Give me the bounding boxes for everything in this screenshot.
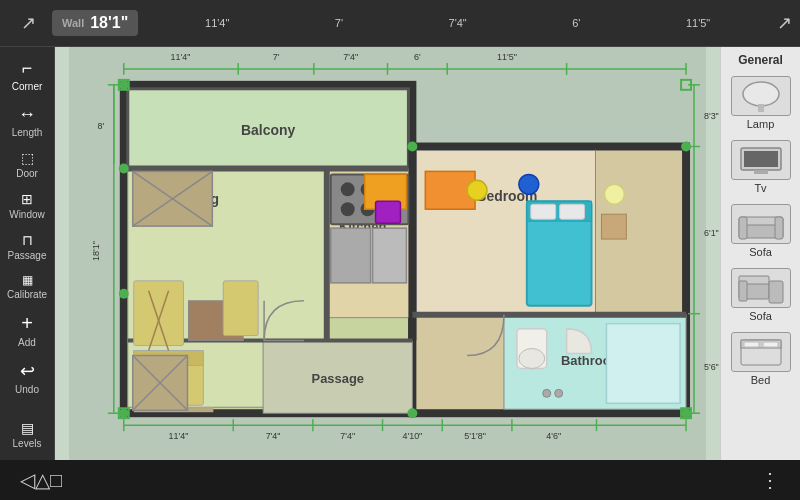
bed-label: Bed xyxy=(751,374,771,386)
recents-icon: □ xyxy=(50,469,62,491)
svg-point-98 xyxy=(519,174,539,194)
svg-point-102 xyxy=(519,349,545,369)
nav-back-button[interactable]: ◁ xyxy=(20,468,35,492)
svg-rect-91 xyxy=(376,201,401,223)
svg-text:4'6": 4'6" xyxy=(546,431,561,441)
svg-point-70 xyxy=(681,408,691,418)
main-content: ⌐ Corner ↔ Length ⬚ Door ⊞ Window ⊓ Pass… xyxy=(0,47,800,460)
svg-point-97 xyxy=(604,184,624,204)
sidebar-levels[interactable]: ▤ Levels xyxy=(0,415,54,454)
sidebar-calibrate[interactable]: ▦ Calibrate xyxy=(0,268,54,305)
back-icon: ◁ xyxy=(20,469,35,491)
top-toolbar: ↗ Wall 18'1" 11'4" 7' 7'4" 6' 11'5" ↗ xyxy=(0,0,800,47)
lamp-label: Lamp xyxy=(747,118,775,130)
svg-text:18'1": 18'1" xyxy=(91,241,101,261)
svg-rect-96 xyxy=(601,214,626,239)
window-label: Window xyxy=(9,209,45,220)
svg-text:6'1": 6'1" xyxy=(704,228,719,238)
svg-point-100 xyxy=(467,180,487,200)
dim-1: 7' xyxy=(335,17,343,29)
levels-label: Levels xyxy=(13,438,42,449)
nav-home-button[interactable]: △ xyxy=(35,468,50,492)
sofa1-preview xyxy=(731,204,791,244)
svg-text:5'6": 5'6" xyxy=(704,362,719,372)
svg-rect-126 xyxy=(739,217,747,239)
svg-rect-123 xyxy=(754,170,768,174)
svg-text:Balcony: Balcony xyxy=(241,122,295,138)
sidebar-undo[interactable]: ↩ Undo xyxy=(0,355,54,400)
svg-point-71 xyxy=(119,289,129,299)
door-label: Door xyxy=(16,168,38,179)
corner-label: Corner xyxy=(12,81,43,92)
svg-rect-74 xyxy=(134,281,184,346)
length-label: Length xyxy=(12,127,43,138)
svg-text:11'4": 11'4" xyxy=(171,52,191,62)
floor-plan-area[interactable]: 11'4" 7' 7'4" 6' 11'5" Balcony Living xyxy=(55,47,720,460)
sidebar-passage[interactable]: ⊓ Passage xyxy=(0,227,54,266)
length-icon: ↔ xyxy=(18,104,36,125)
svg-point-105 xyxy=(555,389,563,397)
svg-text:4'10": 4'10" xyxy=(402,431,422,441)
app-container: ↗ Wall 18'1" 11'4" 7' 7'4" 6' 11'5" ↗ ⌐ … xyxy=(0,0,800,500)
svg-rect-130 xyxy=(769,281,783,303)
sidebar-add[interactable]: + Add xyxy=(0,307,54,353)
svg-point-66 xyxy=(119,408,129,418)
svg-rect-94 xyxy=(531,204,556,219)
lamp-preview xyxy=(731,76,791,116)
furniture-tv[interactable]: Tv xyxy=(721,137,800,197)
right-sidebar: General Lamp xyxy=(720,47,800,460)
more-icon: ⋮ xyxy=(760,469,780,491)
window-icon: ⊞ xyxy=(21,191,33,207)
svg-text:7'4": 7'4" xyxy=(266,431,281,441)
sofa2-preview xyxy=(731,268,791,308)
left-sidebar: ⌐ Corner ↔ Length ⬚ Door ⊞ Window ⊓ Pass… xyxy=(0,47,55,460)
add-icon: + xyxy=(21,312,33,335)
svg-rect-89 xyxy=(373,228,407,283)
furniture-bed[interactable]: Bed xyxy=(721,329,800,389)
wall-label: Wall xyxy=(62,17,84,29)
svg-rect-88 xyxy=(331,228,371,283)
door-icon: ⬚ xyxy=(21,150,34,166)
calibrate-icon: ▦ xyxy=(22,273,33,287)
sofa2-label: Sofa xyxy=(749,310,772,322)
svg-rect-134 xyxy=(744,342,759,347)
svg-text:7'4": 7'4" xyxy=(343,52,358,62)
compass-icon: ↗ xyxy=(777,12,792,34)
sidebar-door[interactable]: ⬚ Door xyxy=(0,145,54,184)
svg-text:11'4": 11'4" xyxy=(169,431,189,441)
furniture-sofa2[interactable]: Sofa xyxy=(721,265,800,325)
sidebar-window[interactable]: ⊞ Window xyxy=(0,186,54,225)
svg-point-65 xyxy=(119,163,129,173)
furniture-sofa1[interactable]: Sofa xyxy=(721,201,800,261)
svg-point-85 xyxy=(341,202,355,216)
corner-button[interactable]: ↗ xyxy=(8,10,48,36)
sidebar-length[interactable]: ↔ Length xyxy=(0,99,54,143)
wall-value: 18'1" xyxy=(90,14,128,32)
dimension-bar: 11'4" 7' 7'4" 6' 11'5" xyxy=(142,17,773,29)
svg-rect-131 xyxy=(739,281,747,301)
dim-3: 6' xyxy=(572,17,580,29)
svg-point-67 xyxy=(407,142,417,152)
home-icon: △ xyxy=(35,469,50,491)
wall-display: Wall 18'1" xyxy=(52,10,138,36)
nav-recents-button[interactable]: □ xyxy=(50,469,62,492)
svg-point-69 xyxy=(681,142,691,152)
svg-rect-122 xyxy=(744,151,778,167)
svg-text:11'5": 11'5" xyxy=(497,52,517,62)
svg-text:Passage: Passage xyxy=(312,371,364,386)
svg-rect-135 xyxy=(763,342,778,347)
furniture-lamp[interactable]: Lamp xyxy=(721,73,800,133)
corner-icon: ⌐ xyxy=(22,58,33,79)
svg-rect-120 xyxy=(758,104,764,112)
svg-rect-103 xyxy=(606,324,680,404)
svg-point-119 xyxy=(743,82,779,106)
svg-text:6': 6' xyxy=(414,52,421,62)
svg-point-64 xyxy=(119,80,129,90)
add-label: Add xyxy=(18,337,36,348)
svg-text:7'4": 7'4" xyxy=(340,431,355,441)
nav-more-button[interactable]: ⋮ xyxy=(760,468,780,492)
svg-rect-127 xyxy=(775,217,783,239)
bottom-nav: ◁ △ □ ⋮ xyxy=(0,460,800,500)
svg-point-104 xyxy=(543,389,551,397)
sidebar-corner[interactable]: ⌐ Corner xyxy=(0,53,54,97)
